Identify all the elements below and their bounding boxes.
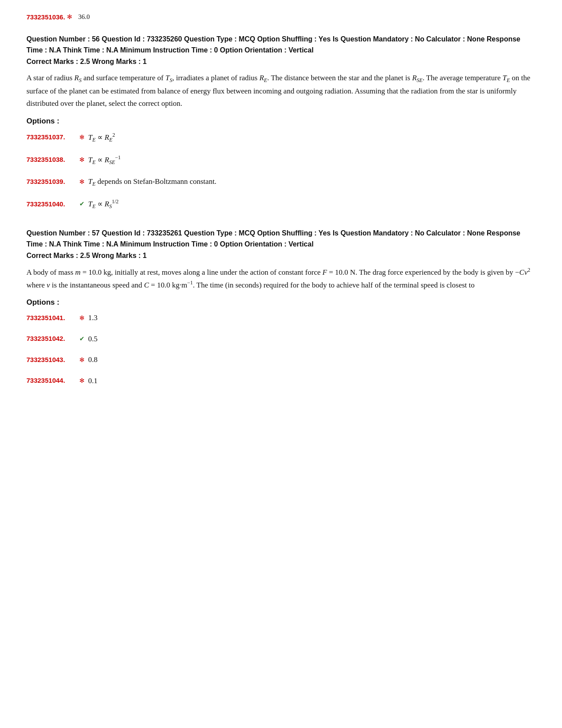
option-id-1-4: 7332351040. [26, 199, 79, 209]
correct-marks-1: Correct Marks : 2.5 Wrong Marks : 1 [26, 58, 536, 66]
option-text-2-2: 0.5 [88, 333, 97, 345]
question-text-2: A body of mass m = 10.0 kg, initially at… [26, 266, 536, 291]
wrong-cross-icon: ✻ [79, 133, 85, 142]
wrong-cross-icon: ✻ [79, 314, 85, 323]
top-score-row: 7332351036. ✻ 36.0 [26, 13, 536, 21]
option-row-1-4: 7332351040.✔TE ∝ RS1/2 [26, 198, 536, 210]
top-score-id: 7332351036. [26, 13, 65, 21]
top-score-value: 36.0 [78, 13, 90, 21]
option-row-1-1: 7332351037.✻TE ∝ RE2 [26, 131, 536, 144]
top-score-icon: ✻ [67, 13, 72, 21]
correct-checkmark-icon: ✔ [79, 334, 85, 343]
option-text-1-4: TE ∝ RS1/2 [88, 198, 119, 210]
option-row-1-3: 7332351039.✻TE depends on Stefan-Boltzma… [26, 176, 536, 188]
option-row-2-4: 7332351044.✻0.1 [26, 375, 536, 387]
question-header-2: Question Number : 57 Question Id : 73323… [26, 228, 536, 250]
option-text-1-3: TE depends on Stefan-Boltzmann constant. [88, 176, 216, 188]
option-row-2-1: 7332351041.✻1.3 [26, 312, 536, 324]
question-text-1: A star of radius RS and surface temperat… [26, 72, 536, 110]
question-block-1: Question Number : 56 Question Id : 73323… [26, 34, 536, 210]
option-row-1-2: 7332351038.✻TE ∝ RSE−1 [26, 153, 536, 166]
questions-container: Question Number : 56 Question Id : 73323… [26, 34, 536, 386]
option-id-1-1: 7332351037. [26, 132, 79, 142]
options-label-2: Options : [26, 298, 536, 307]
option-id-1-2: 7332351038. [26, 155, 79, 165]
option-text-1-2: TE ∝ RSE−1 [88, 153, 121, 166]
options-label-1: Options : [26, 117, 536, 126]
wrong-cross-icon: ✻ [79, 177, 85, 187]
wrong-cross-icon: ✻ [79, 155, 85, 164]
wrong-cross-icon: ✻ [79, 376, 85, 385]
option-id-1-3: 7332351039. [26, 177, 79, 187]
question-block-2: Question Number : 57 Question Id : 73323… [26, 228, 536, 386]
question-header-1: Question Number : 56 Question Id : 73323… [26, 34, 536, 56]
option-text-2-3: 0.8 [88, 354, 97, 366]
correct-checkmark-icon: ✔ [79, 199, 85, 209]
correct-marks-2: Correct Marks : 2.5 Wrong Marks : 1 [26, 252, 536, 260]
option-id-2-4: 7332351044. [26, 376, 79, 386]
option-row-2-3: 7332351043.✻0.8 [26, 354, 536, 366]
option-id-2-3: 7332351043. [26, 355, 79, 365]
wrong-cross-icon: ✻ [79, 355, 85, 365]
option-text-2-1: 1.3 [88, 312, 97, 324]
option-text-1-1: TE ∝ RE2 [88, 131, 115, 144]
option-id-2-2: 7332351042. [26, 334, 79, 344]
option-row-2-2: 7332351042.✔0.5 [26, 333, 536, 345]
option-id-2-1: 7332351041. [26, 313, 79, 323]
option-text-2-4: 0.1 [88, 375, 97, 387]
